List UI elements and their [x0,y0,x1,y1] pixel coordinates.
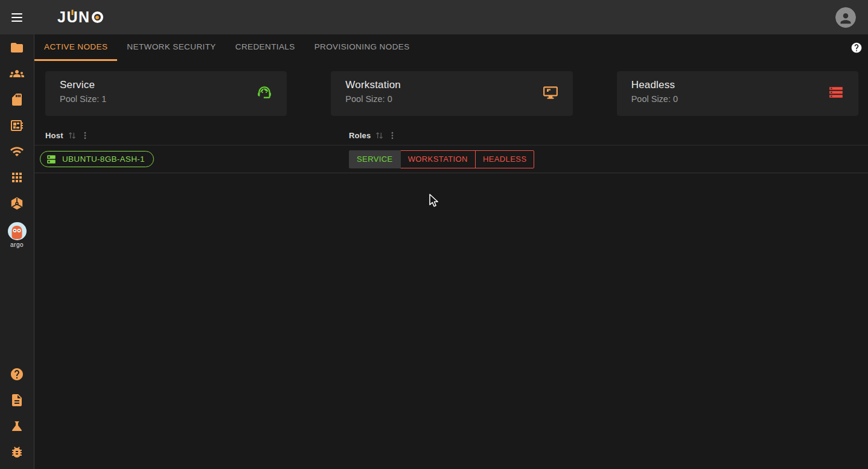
host-chip[interactable]: UBUNTU-8GB-ASH-1 [40,151,154,167]
table-header-row: Host Roles [34,126,868,145]
storage-list-icon [828,85,844,100]
top-app-bar: JUN [0,0,868,34]
logo-letter: N [78,8,91,26]
help-icon[interactable] [10,367,24,381]
tab-active-nodes[interactable]: ACTIVE NODES [34,34,117,61]
card-pool-size: Pool Size: 0 [631,94,844,104]
tab-credentials[interactable]: CREDENTIALS [226,34,305,61]
kebab-menu-icon[interactable] [388,131,397,140]
pool-card-service: Service Pool Size: 1 [45,71,287,116]
nodes-table: Host Roles [34,126,868,173]
table-row: UBUNTU-8GB-ASH-1 SERVICE WORKSTATION HEA… [34,145,868,173]
column-header-host: Host [45,131,63,140]
dns-server-icon [46,154,57,165]
card-title: Headless [631,79,844,91]
card-pool-size: Pool Size: 0 [345,94,558,104]
pool-summary-cards: Service Pool Size: 1 Workstation Pool Si… [34,61,868,126]
logo-letter: J [57,8,66,26]
role-button-workstation[interactable]: WORKSTATION [400,150,476,168]
flask-icon[interactable] [10,419,24,433]
bug-icon[interactable] [10,445,24,459]
folder-icon[interactable] [10,40,24,55]
user-avatar-icon[interactable] [835,7,856,28]
sort-icon[interactable] [375,131,384,140]
card-pool-size: Pool Size: 1 [60,94,272,104]
argo-octopus-icon [8,222,27,240]
menu-hamburger-icon[interactable] [10,10,24,25]
desktop-monitor-icon [543,85,558,100]
host-chip-label: UBUNTU-8GB-ASH-1 [62,155,145,164]
card-title: Service [60,79,272,91]
apps-grid-icon[interactable] [10,170,24,185]
logo-letter-o [92,11,103,23]
roles-button-group: SERVICE WORKSTATION HEADLESS [349,150,534,168]
tab-provisioning-nodes[interactable]: PROVISIONING NODES [305,34,420,61]
developer-board-icon[interactable] [10,118,24,133]
card-title: Workstation [345,79,558,91]
role-button-headless[interactable]: HEADLESS [475,150,535,168]
tab-network-security[interactable]: NETWORK SECURITY [117,34,225,61]
tab-bar: ACTIVE NODES NETWORK SECURITY CREDENTIAL… [34,34,868,61]
pool-card-headless: Headless Pool Size: 0 [617,71,858,116]
argo-logo[interactable]: argo [8,222,27,248]
pool-card-workstation: Workstation Pool Size: 0 [331,71,572,116]
role-button-service[interactable]: SERVICE [349,150,401,168]
logo-orange-dot [95,16,99,19]
main-content: ACTIVE NODES NETWORK SECURITY CREDENTIAL… [34,34,868,469]
wifi-icon[interactable] [10,144,24,159]
help-circle-icon[interactable] [850,42,863,54]
kebab-menu-icon[interactable] [81,131,89,140]
logo-orange-tick [72,10,74,15]
support-agent-icon [257,85,272,100]
cube-package-icon[interactable] [10,196,24,211]
sort-icon[interactable] [68,131,77,140]
column-header-roles: Roles [349,131,371,140]
groups-icon[interactable] [10,66,24,81]
logo-letter: U [66,8,78,26]
argo-label: argo [10,241,24,248]
left-icon-sidebar: argo [0,34,34,469]
document-icon[interactable] [10,393,24,407]
juno-logo: JUN [57,8,103,26]
sd-card-icon[interactable] [10,92,24,107]
